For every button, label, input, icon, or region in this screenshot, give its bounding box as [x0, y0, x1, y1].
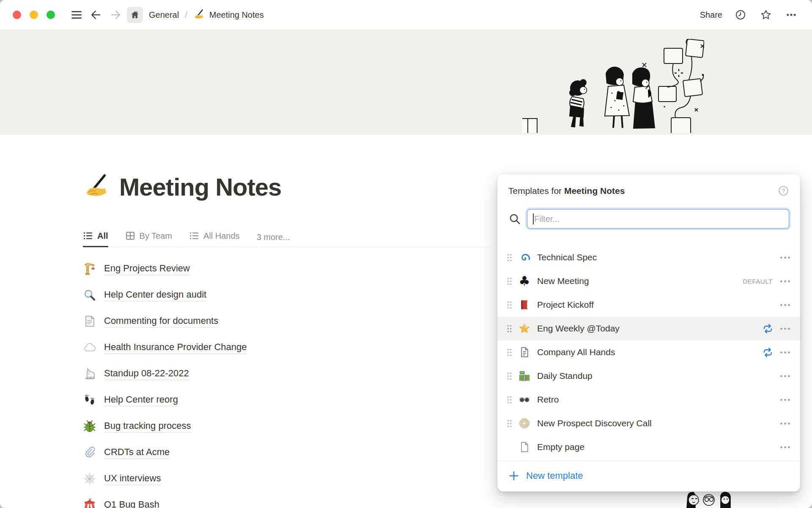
back-button[interactable]	[88, 7, 104, 23]
template-list: Technical Spec ♣ New Meeting DEFAULT Pro…	[497, 246, 800, 459]
text-caret	[533, 213, 534, 224]
recurring-icon	[762, 323, 774, 334]
new-template-button[interactable]: New template	[497, 461, 800, 491]
page-with-lines-icon	[518, 346, 530, 358]
tab-by-team[interactable]: By Team	[125, 231, 172, 247]
tab-more[interactable]: 3 more...	[257, 232, 290, 247]
list-item[interactable]: Eng Projects Review	[83, 256, 413, 282]
filter-input[interactable]	[527, 209, 789, 229]
forward-button[interactable]	[107, 7, 123, 23]
template-label: Empty page	[537, 442, 779, 452]
breadcrumb-separator: /	[185, 10, 187, 20]
cloud-icon	[83, 341, 96, 354]
template-options-button[interactable]	[779, 373, 791, 380]
list-item[interactable]: Health Insurance Provider Change	[83, 334, 413, 361]
drag-handle-icon[interactable]	[506, 324, 513, 333]
filter-input-wrap	[527, 209, 789, 229]
page-header: Meeting Notes	[83, 173, 281, 201]
template-options-button[interactable]	[779, 349, 791, 356]
spider-web-icon	[83, 472, 96, 486]
template-row[interactable]: Company All Hands	[497, 340, 800, 364]
template-options-button[interactable]	[779, 325, 791, 332]
template-label: Daily Standup	[537, 371, 779, 381]
drag-handle-icon[interactable]	[506, 348, 513, 357]
template-label: New Prospect Discovery Call	[537, 418, 779, 428]
arrow-left-icon	[90, 9, 102, 21]
drag-handle-icon[interactable]	[506, 395, 513, 404]
list-item[interactable]: CRDTs at Acme	[83, 439, 413, 466]
drag-handle-icon[interactable]	[506, 253, 513, 262]
table-icon	[125, 231, 135, 241]
breadcrumb-page[interactable]: Meeting Notes	[193, 9, 264, 21]
page-link: Health Insurance Provider Change	[104, 342, 247, 354]
magnifying-glass-icon	[83, 288, 96, 302]
arrow-right-icon	[110, 9, 121, 21]
close-window-button[interactable]	[13, 11, 21, 19]
template-row[interactable]: Empty page	[497, 435, 800, 459]
drag-handle-icon[interactable]	[506, 301, 513, 309]
titlebar-actions: Share	[696, 7, 799, 23]
beetle-icon	[83, 420, 96, 433]
favorite-button[interactable]	[758, 7, 774, 23]
updates-button[interactable]	[732, 7, 749, 23]
template-options-button[interactable]	[779, 254, 791, 261]
bulleted-list-icon	[83, 231, 93, 241]
circus-tent-icon	[83, 498, 96, 508]
list-item[interactable]: UX interviews	[83, 466, 413, 492]
template-row[interactable]: Project Kickoff	[497, 293, 800, 317]
templates-popover: Templates for Meeting Notes ? Technical …	[497, 174, 800, 491]
template-row-highlighted[interactable]: Eng Weekly @Today	[497, 317, 800, 340]
template-options-button[interactable]	[779, 444, 791, 451]
drag-handle-icon[interactable]	[506, 277, 513, 286]
clock-icon	[735, 9, 746, 21]
page-image-fragment	[684, 489, 739, 508]
template-label: Eng Weekly @Today	[537, 323, 762, 334]
star-outline-icon	[760, 9, 772, 21]
template-options-button[interactable]	[779, 278, 791, 285]
drag-handle-icon[interactable]	[506, 419, 513, 428]
motorway-icon	[518, 370, 530, 382]
home-button[interactable]	[127, 7, 143, 23]
template-row[interactable]: Daily Standup	[497, 364, 800, 388]
breadcrumb-page-title: Meeting Notes	[209, 10, 264, 20]
sidebar-toggle-button[interactable]	[69, 7, 85, 23]
zoom-window-button[interactable]	[47, 11, 55, 19]
template-row[interactable]: New Prospect Discovery Call	[497, 411, 800, 435]
default-badge: DEFAULT	[743, 278, 773, 285]
page-link: Help Center reorg	[104, 394, 178, 406]
page-cover	[0, 30, 812, 135]
view-tabs: All By Team All Hands 3 more...	[83, 227, 491, 247]
template-label: Company All Hands	[537, 347, 762, 357]
list-item[interactable]: Bug tracking process	[83, 413, 413, 439]
more-options-button[interactable]	[783, 7, 799, 23]
page-title[interactable]: Meeting Notes	[119, 173, 281, 201]
minimize-window-button[interactable]	[30, 11, 38, 19]
writing-hand-icon[interactable]	[83, 173, 111, 201]
app-window: General / Meeting Notes Share	[0, 0, 812, 508]
list-item[interactable]: Help Center reorg	[83, 387, 413, 413]
list-item[interactable]: Q1 Bug Bash	[83, 492, 413, 508]
template-options-button[interactable]	[779, 420, 791, 427]
drag-handle-icon[interactable]	[506, 372, 513, 381]
tab-all[interactable]: All	[83, 231, 108, 247]
breadcrumb-workspace[interactable]: General	[149, 10, 179, 20]
popover-header: Templates for Meeting Notes ?	[497, 174, 800, 196]
popover-title-page: Meeting Notes	[564, 186, 625, 196]
template-row[interactable]: Technical Spec	[497, 246, 800, 269]
template-row[interactable]: Retro	[497, 388, 800, 411]
home-icon	[130, 10, 140, 20]
star-icon	[518, 323, 530, 334]
list-item[interactable]: Commenting for documents	[83, 308, 413, 334]
template-row[interactable]: ♣ New Meeting DEFAULT	[497, 269, 800, 293]
list-item[interactable]: Help Center design audit	[83, 282, 413, 308]
template-options-button[interactable]	[779, 396, 791, 403]
page-link: Eng Projects Review	[104, 263, 190, 275]
paperclip-icon	[83, 446, 96, 459]
help-button[interactable]: ?	[778, 185, 789, 196]
share-button[interactable]: Share	[696, 8, 727, 22]
list-item[interactable]: Standup 08-22-2022	[83, 361, 413, 387]
template-options-button[interactable]	[779, 301, 791, 309]
tab-all-hands[interactable]: All Hands	[189, 231, 240, 247]
page-link: Help Center design audit	[104, 289, 206, 301]
page-link: Commenting for documents	[104, 315, 218, 328]
